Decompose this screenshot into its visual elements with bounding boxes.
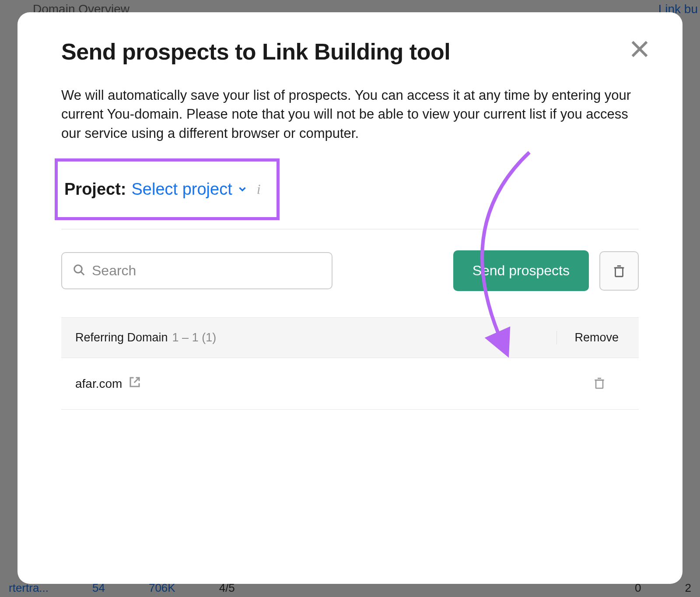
divider bbox=[61, 229, 639, 229]
svg-rect-4 bbox=[616, 268, 623, 277]
external-link-icon bbox=[128, 376, 141, 392]
select-project-dropdown[interactable]: Select project bbox=[131, 180, 248, 199]
select-project-text: Select project bbox=[131, 180, 232, 199]
svg-point-2 bbox=[74, 265, 82, 273]
row-delete-button[interactable] bbox=[592, 376, 625, 392]
col-count: 1 – 1 (1) bbox=[172, 331, 217, 344]
domain-text: afar.com bbox=[75, 377, 122, 391]
search-box[interactable] bbox=[61, 252, 332, 289]
info-icon[interactable]: i bbox=[257, 181, 261, 197]
col-remove: Remove bbox=[556, 331, 625, 344]
project-selector-highlight: Project: Select project i bbox=[55, 158, 280, 220]
project-label: Project: bbox=[64, 180, 126, 199]
svg-line-7 bbox=[134, 378, 139, 383]
col-referring-domain: Referring Domain bbox=[75, 331, 168, 344]
close-button[interactable] bbox=[627, 37, 652, 63]
table-row: afar.com bbox=[61, 358, 639, 410]
svg-rect-8 bbox=[596, 380, 603, 388]
modal-title: Send prospects to Link Building tool bbox=[61, 39, 639, 65]
table-header: Referring Domain 1 – 1 (1) Remove bbox=[61, 317, 639, 358]
action-row: Send prospects bbox=[61, 250, 639, 291]
modal-description: We will automatically save your list of … bbox=[61, 86, 639, 143]
search-icon bbox=[73, 263, 86, 278]
close-icon bbox=[627, 37, 652, 61]
trash-icon bbox=[592, 376, 606, 390]
chevron-down-icon bbox=[237, 180, 248, 199]
trash-icon bbox=[612, 263, 626, 278]
search-input[interactable] bbox=[92, 263, 321, 279]
send-prospects-modal: Send prospects to Link Building tool We … bbox=[18, 12, 682, 584]
send-prospects-button[interactable]: Send prospects bbox=[453, 250, 589, 291]
domain-cell[interactable]: afar.com bbox=[75, 376, 141, 392]
delete-all-button[interactable] bbox=[599, 251, 639, 291]
svg-line-3 bbox=[81, 271, 84, 275]
